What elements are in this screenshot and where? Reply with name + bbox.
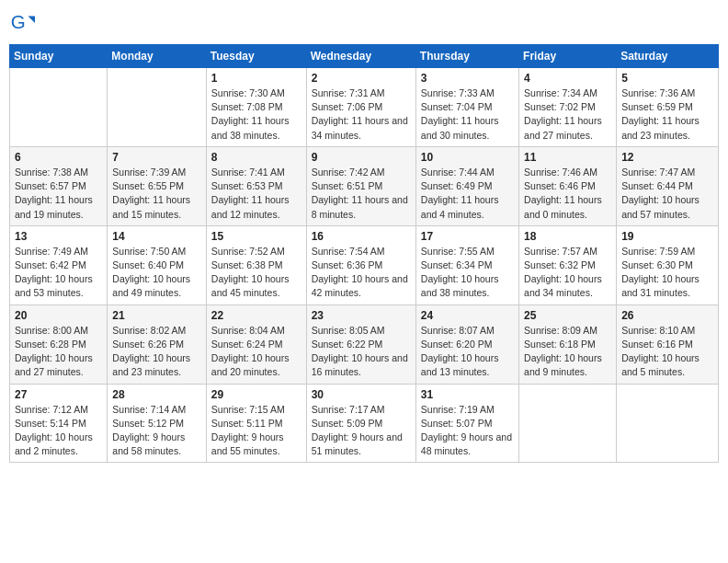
- calendar-cell: 5Sunrise: 7:36 AMSunset: 6:59 PMDaylight…: [617, 68, 719, 147]
- day-info: Sunrise: 7:31 AMSunset: 7:06 PMDaylight:…: [312, 86, 411, 143]
- calendar-cell: 16Sunrise: 7:54 AMSunset: 6:36 PMDayligh…: [306, 225, 415, 304]
- calendar-week-row: 13Sunrise: 7:49 AMSunset: 6:42 PMDayligh…: [10, 225, 719, 304]
- calendar-cell: 30Sunrise: 7:17 AMSunset: 5:09 PMDayligh…: [306, 384, 415, 463]
- day-info: Sunrise: 7:12 AMSunset: 5:14 PMDaylight:…: [15, 403, 102, 459]
- day-number: 7: [112, 151, 200, 164]
- day-number: 18: [524, 230, 611, 243]
- calendar-cell: [10, 68, 108, 147]
- day-info: Sunrise: 8:04 AMSunset: 6:24 PMDaylight:…: [211, 324, 301, 380]
- calendar-cell: 13Sunrise: 7:49 AMSunset: 6:42 PMDayligh…: [10, 225, 108, 304]
- day-info: Sunrise: 7:33 AMSunset: 7:04 PMDaylight:…: [421, 86, 514, 143]
- day-info: Sunrise: 7:47 AMSunset: 6:44 PMDaylight:…: [621, 166, 713, 222]
- day-number: 25: [524, 309, 611, 322]
- calendar-cell: 10Sunrise: 7:44 AMSunset: 6:49 PMDayligh…: [415, 146, 518, 225]
- day-number: 16: [312, 230, 411, 243]
- day-info: Sunrise: 7:41 AMSunset: 6:53 PMDaylight:…: [211, 166, 301, 222]
- day-info: Sunrise: 7:49 AMSunset: 6:42 PMDaylight:…: [15, 245, 102, 301]
- day-info: Sunrise: 7:50 AMSunset: 6:40 PMDaylight:…: [112, 245, 200, 301]
- weekday-header: Friday: [519, 45, 617, 68]
- day-number: 14: [112, 230, 200, 243]
- day-info: Sunrise: 8:07 AMSunset: 6:20 PMDaylight:…: [421, 324, 514, 380]
- svg-text:G: G: [11, 11, 26, 32]
- calendar-cell: 4Sunrise: 7:34 AMSunset: 7:02 PMDaylight…: [519, 68, 617, 147]
- calendar-cell: 25Sunrise: 8:09 AMSunset: 6:18 PMDayligh…: [519, 304, 617, 384]
- day-info: Sunrise: 7:57 AMSunset: 6:32 PMDaylight:…: [524, 245, 611, 301]
- day-number: 30: [312, 388, 411, 401]
- day-number: 3: [421, 72, 514, 85]
- calendar-cell: 6Sunrise: 7:38 AMSunset: 6:57 PMDaylight…: [10, 146, 108, 225]
- calendar-cell: 29Sunrise: 7:15 AMSunset: 5:11 PMDayligh…: [206, 384, 306, 463]
- day-info: Sunrise: 7:42 AMSunset: 6:51 PMDaylight:…: [312, 166, 411, 222]
- calendar-cell: 8Sunrise: 7:41 AMSunset: 6:53 PMDaylight…: [206, 146, 306, 225]
- weekday-header: Thursday: [415, 45, 518, 68]
- day-number: 2: [312, 72, 411, 85]
- calendar-cell: 21Sunrise: 8:02 AMSunset: 6:26 PMDayligh…: [108, 304, 206, 384]
- day-info: Sunrise: 7:59 AMSunset: 6:30 PMDaylight:…: [621, 245, 713, 301]
- day-number: 11: [524, 151, 611, 164]
- calendar-header-row: SundayMondayTuesdayWednesdayThursdayFrid…: [10, 45, 719, 68]
- calendar-cell: 31Sunrise: 7:19 AMSunset: 5:07 PMDayligh…: [415, 384, 518, 463]
- day-info: Sunrise: 8:02 AMSunset: 6:26 PMDaylight:…: [112, 324, 200, 380]
- day-info: Sunrise: 7:52 AMSunset: 6:38 PMDaylight:…: [211, 245, 301, 301]
- day-number: 4: [524, 72, 611, 85]
- calendar-body: 1Sunrise: 7:30 AMSunset: 7:08 PMDaylight…: [10, 68, 719, 463]
- calendar-week-row: 1Sunrise: 7:30 AMSunset: 7:08 PMDaylight…: [10, 68, 719, 147]
- day-number: 9: [312, 151, 411, 164]
- day-number: 26: [621, 309, 713, 322]
- day-number: 1: [211, 72, 301, 85]
- day-number: 6: [15, 151, 102, 164]
- calendar-cell: 2Sunrise: 7:31 AMSunset: 7:06 PMDaylight…: [306, 68, 415, 147]
- day-info: Sunrise: 7:54 AMSunset: 6:36 PMDaylight:…: [312, 245, 411, 301]
- day-info: Sunrise: 7:15 AMSunset: 5:11 PMDaylight:…: [211, 403, 301, 459]
- day-info: Sunrise: 7:46 AMSunset: 6:46 PMDaylight:…: [524, 166, 611, 222]
- calendar-cell: 27Sunrise: 7:12 AMSunset: 5:14 PMDayligh…: [10, 384, 108, 463]
- day-info: Sunrise: 7:55 AMSunset: 6:34 PMDaylight:…: [421, 245, 514, 301]
- calendar-cell: 22Sunrise: 8:04 AMSunset: 6:24 PMDayligh…: [206, 304, 306, 384]
- day-info: Sunrise: 8:05 AMSunset: 6:22 PMDaylight:…: [312, 324, 411, 380]
- day-info: Sunrise: 7:39 AMSunset: 6:55 PMDaylight:…: [112, 166, 200, 222]
- calendar-week-row: 20Sunrise: 8:00 AMSunset: 6:28 PMDayligh…: [10, 304, 719, 384]
- day-number: 22: [211, 309, 301, 322]
- weekday-header: Saturday: [617, 45, 719, 68]
- day-number: 20: [15, 309, 102, 322]
- day-number: 10: [421, 151, 514, 164]
- calendar-cell: 12Sunrise: 7:47 AMSunset: 6:44 PMDayligh…: [617, 146, 719, 225]
- day-number: 15: [211, 230, 301, 243]
- day-info: Sunrise: 7:44 AMSunset: 6:49 PMDaylight:…: [421, 166, 514, 222]
- weekday-header: Monday: [108, 45, 206, 68]
- calendar-cell: [108, 68, 206, 147]
- day-number: 8: [211, 151, 301, 164]
- day-number: 24: [421, 309, 514, 322]
- day-info: Sunrise: 7:34 AMSunset: 7:02 PMDaylight:…: [524, 86, 611, 143]
- weekday-header: Tuesday: [206, 45, 306, 68]
- calendar-cell: 14Sunrise: 7:50 AMSunset: 6:40 PMDayligh…: [108, 225, 206, 304]
- calendar-cell: 26Sunrise: 8:10 AMSunset: 6:16 PMDayligh…: [617, 304, 719, 384]
- weekday-header: Sunday: [10, 45, 108, 68]
- calendar-week-row: 6Sunrise: 7:38 AMSunset: 6:57 PMDaylight…: [10, 146, 719, 225]
- day-info: Sunrise: 7:30 AMSunset: 7:08 PMDaylight:…: [211, 86, 301, 143]
- day-number: 17: [421, 230, 514, 243]
- calendar-cell: 17Sunrise: 7:55 AMSunset: 6:34 PMDayligh…: [415, 225, 518, 304]
- calendar-cell: 11Sunrise: 7:46 AMSunset: 6:46 PMDayligh…: [519, 146, 617, 225]
- day-number: 5: [621, 72, 713, 85]
- calendar-week-row: 27Sunrise: 7:12 AMSunset: 5:14 PMDayligh…: [10, 384, 719, 463]
- day-info: Sunrise: 7:14 AMSunset: 5:12 PMDaylight:…: [112, 403, 200, 459]
- day-info: Sunrise: 8:10 AMSunset: 6:16 PMDaylight:…: [621, 324, 713, 380]
- logo: G: [9, 9, 39, 35]
- calendar-cell: 9Sunrise: 7:42 AMSunset: 6:51 PMDaylight…: [306, 146, 415, 225]
- day-info: Sunrise: 8:00 AMSunset: 6:28 PMDaylight:…: [15, 324, 102, 380]
- logo-icon: G: [9, 9, 35, 35]
- day-number: 13: [15, 230, 102, 243]
- calendar-cell: 19Sunrise: 7:59 AMSunset: 6:30 PMDayligh…: [617, 225, 719, 304]
- calendar-cell: 1Sunrise: 7:30 AMSunset: 7:08 PMDaylight…: [206, 68, 306, 147]
- day-info: Sunrise: 7:36 AMSunset: 6:59 PMDaylight:…: [621, 86, 713, 143]
- calendar-cell: 3Sunrise: 7:33 AMSunset: 7:04 PMDaylight…: [415, 68, 518, 147]
- calendar-cell: [519, 384, 617, 463]
- day-number: 21: [112, 309, 200, 322]
- day-number: 31: [421, 388, 514, 401]
- calendar-cell: 28Sunrise: 7:14 AMSunset: 5:12 PMDayligh…: [108, 384, 206, 463]
- calendar-cell: 7Sunrise: 7:39 AMSunset: 6:55 PMDaylight…: [108, 146, 206, 225]
- calendar-cell: 18Sunrise: 7:57 AMSunset: 6:32 PMDayligh…: [519, 225, 617, 304]
- calendar-cell: 24Sunrise: 8:07 AMSunset: 6:20 PMDayligh…: [415, 304, 518, 384]
- calendar-cell: 23Sunrise: 8:05 AMSunset: 6:22 PMDayligh…: [306, 304, 415, 384]
